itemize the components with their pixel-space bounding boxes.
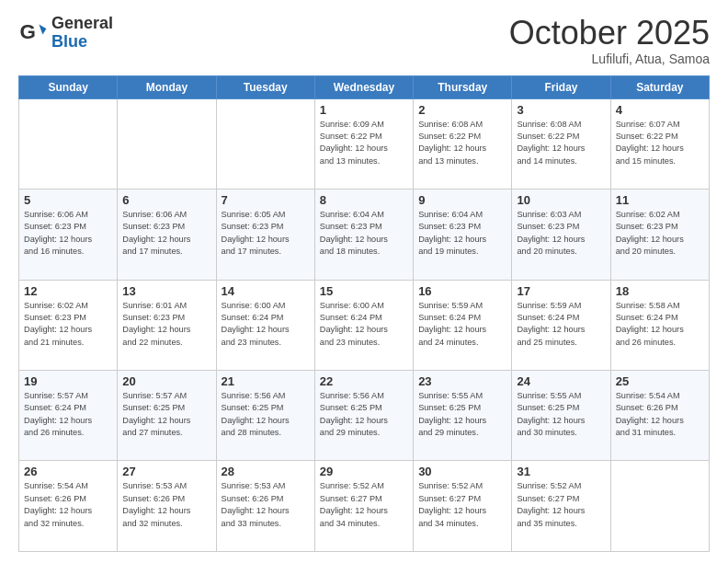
- calendar: SundayMondayTuesdayWednesdayThursdayFrid…: [18, 75, 710, 552]
- header: G General Blue October 2025 Lufilufi, At…: [18, 15, 710, 66]
- day-cell: 2Sunrise: 6:08 AM Sunset: 6:22 PM Daylig…: [414, 98, 512, 189]
- weekday-friday: Friday: [512, 75, 610, 98]
- weekday-tuesday: Tuesday: [216, 75, 314, 98]
- day-info: Sunrise: 6:06 AM Sunset: 6:23 PM Dayligh…: [24, 209, 112, 258]
- day-number: 1: [320, 103, 408, 117]
- day-cell: 5Sunrise: 6:06 AM Sunset: 6:23 PM Daylig…: [19, 190, 118, 280]
- day-cell: 9Sunrise: 6:04 AM Sunset: 6:23 PM Daylig…: [414, 190, 512, 280]
- day-number: 3: [517, 103, 605, 117]
- day-info: Sunrise: 5:55 AM Sunset: 6:25 PM Dayligh…: [418, 390, 506, 439]
- day-number: 24: [517, 374, 605, 388]
- logo-general-text: General: [51, 15, 113, 33]
- day-info: Sunrise: 6:08 AM Sunset: 6:22 PM Dayligh…: [418, 119, 506, 167]
- week-row-4: 19Sunrise: 5:57 AM Sunset: 6:24 PM Dayli…: [19, 371, 710, 461]
- day-cell: 11Sunrise: 6:02 AM Sunset: 6:23 PM Dayli…: [610, 190, 709, 280]
- day-number: 30: [418, 465, 506, 478]
- week-row-3: 12Sunrise: 6:02 AM Sunset: 6:23 PM Dayli…: [19, 280, 710, 370]
- day-info: Sunrise: 5:59 AM Sunset: 6:24 PM Dayligh…: [418, 300, 506, 349]
- day-info: Sunrise: 6:03 AM Sunset: 6:23 PM Dayligh…: [517, 209, 605, 258]
- day-info: Sunrise: 6:04 AM Sunset: 6:23 PM Dayligh…: [418, 209, 506, 258]
- day-cell: 26Sunrise: 5:54 AM Sunset: 6:26 PM Dayli…: [19, 461, 118, 552]
- day-cell: [216, 98, 314, 189]
- day-info: Sunrise: 5:59 AM Sunset: 6:24 PM Dayligh…: [517, 300, 605, 349]
- day-cell: 12Sunrise: 6:02 AM Sunset: 6:23 PM Dayli…: [19, 280, 118, 370]
- week-row-1: 1Sunrise: 6:09 AM Sunset: 6:22 PM Daylig…: [19, 98, 710, 189]
- day-cell: 3Sunrise: 6:08 AM Sunset: 6:22 PM Daylig…: [512, 98, 610, 189]
- day-info: Sunrise: 5:53 AM Sunset: 6:26 PM Dayligh…: [122, 480, 210, 529]
- day-cell: 6Sunrise: 6:06 AM Sunset: 6:23 PM Daylig…: [118, 190, 216, 280]
- logo-blue-text: Blue: [51, 33, 113, 52]
- day-number: 27: [122, 465, 210, 478]
- title-block: October 2025 Lufilufi, Atua, Samoa: [509, 15, 710, 66]
- day-cell: 17Sunrise: 5:59 AM Sunset: 6:24 PM Dayli…: [512, 280, 610, 370]
- day-info: Sunrise: 6:06 AM Sunset: 6:23 PM Dayligh…: [122, 209, 210, 258]
- day-info: Sunrise: 6:04 AM Sunset: 6:23 PM Dayligh…: [320, 209, 408, 258]
- day-number: 7: [222, 193, 310, 207]
- day-number: 29: [320, 465, 408, 478]
- day-cell: 18Sunrise: 5:58 AM Sunset: 6:24 PM Dayli…: [610, 280, 709, 370]
- day-info: Sunrise: 6:09 AM Sunset: 6:22 PM Dayligh…: [320, 119, 408, 167]
- day-number: 16: [418, 284, 506, 298]
- day-info: Sunrise: 5:56 AM Sunset: 6:25 PM Dayligh…: [320, 390, 408, 439]
- day-number: 18: [616, 284, 704, 298]
- day-number: 10: [517, 193, 605, 207]
- day-number: 14: [222, 284, 310, 298]
- day-cell: 23Sunrise: 5:55 AM Sunset: 6:25 PM Dayli…: [414, 371, 512, 461]
- day-info: Sunrise: 6:05 AM Sunset: 6:23 PM Dayligh…: [222, 209, 310, 258]
- day-number: 28: [222, 465, 310, 478]
- day-number: 12: [24, 284, 112, 298]
- day-number: 6: [122, 193, 210, 207]
- day-info: Sunrise: 5:52 AM Sunset: 6:27 PM Dayligh…: [320, 480, 408, 529]
- day-number: 9: [418, 193, 506, 207]
- day-info: Sunrise: 6:02 AM Sunset: 6:23 PM Dayligh…: [616, 209, 704, 258]
- day-cell: 4Sunrise: 6:07 AM Sunset: 6:22 PM Daylig…: [610, 98, 709, 189]
- day-number: 21: [222, 374, 310, 388]
- day-info: Sunrise: 5:52 AM Sunset: 6:27 PM Dayligh…: [517, 480, 605, 529]
- day-info: Sunrise: 6:02 AM Sunset: 6:23 PM Dayligh…: [24, 300, 112, 349]
- day-cell: 13Sunrise: 6:01 AM Sunset: 6:23 PM Dayli…: [118, 280, 216, 370]
- day-info: Sunrise: 5:54 AM Sunset: 6:26 PM Dayligh…: [616, 390, 704, 439]
- day-cell: 1Sunrise: 6:09 AM Sunset: 6:22 PM Daylig…: [314, 98, 413, 189]
- day-info: Sunrise: 5:57 AM Sunset: 6:24 PM Dayligh…: [24, 390, 112, 439]
- svg-marker-1: [39, 24, 46, 34]
- month-title: October 2025: [509, 15, 710, 52]
- day-info: Sunrise: 5:56 AM Sunset: 6:25 PM Dayligh…: [222, 390, 310, 439]
- week-row-2: 5Sunrise: 6:06 AM Sunset: 6:23 PM Daylig…: [19, 190, 710, 280]
- svg-text:G: G: [20, 20, 36, 43]
- day-info: Sunrise: 5:57 AM Sunset: 6:25 PM Dayligh…: [122, 390, 210, 439]
- location: Lufilufi, Atua, Samoa: [509, 52, 710, 66]
- weekday-header-row: SundayMondayTuesdayWednesdayThursdayFrid…: [19, 75, 710, 98]
- day-cell: [118, 98, 216, 189]
- day-cell: 28Sunrise: 5:53 AM Sunset: 6:26 PM Dayli…: [216, 461, 314, 552]
- weekday-monday: Monday: [118, 75, 216, 98]
- day-cell: 25Sunrise: 5:54 AM Sunset: 6:26 PM Dayli…: [610, 371, 709, 461]
- day-cell: 30Sunrise: 5:52 AM Sunset: 6:27 PM Dayli…: [414, 461, 512, 552]
- day-number: 5: [24, 193, 112, 207]
- day-info: Sunrise: 5:55 AM Sunset: 6:25 PM Dayligh…: [517, 390, 605, 439]
- day-number: 20: [122, 374, 210, 388]
- day-cell: 10Sunrise: 6:03 AM Sunset: 6:23 PM Dayli…: [512, 190, 610, 280]
- day-number: 23: [418, 374, 506, 388]
- day-cell: 31Sunrise: 5:52 AM Sunset: 6:27 PM Dayli…: [512, 461, 610, 552]
- day-number: 13: [122, 284, 210, 298]
- day-cell: 29Sunrise: 5:52 AM Sunset: 6:27 PM Dayli…: [314, 461, 413, 552]
- day-cell: 16Sunrise: 5:59 AM Sunset: 6:24 PM Dayli…: [414, 280, 512, 370]
- day-number: 19: [24, 374, 112, 388]
- day-info: Sunrise: 5:53 AM Sunset: 6:26 PM Dayligh…: [222, 480, 310, 529]
- day-info: Sunrise: 6:00 AM Sunset: 6:24 PM Dayligh…: [320, 300, 408, 349]
- day-cell: [610, 461, 709, 552]
- day-number: 4: [616, 103, 704, 117]
- day-cell: 15Sunrise: 6:00 AM Sunset: 6:24 PM Dayli…: [314, 280, 413, 370]
- day-number: 31: [517, 465, 605, 478]
- day-cell: 19Sunrise: 5:57 AM Sunset: 6:24 PM Dayli…: [19, 371, 118, 461]
- week-row-5: 26Sunrise: 5:54 AM Sunset: 6:26 PM Dayli…: [19, 461, 710, 552]
- day-cell: 8Sunrise: 6:04 AM Sunset: 6:23 PM Daylig…: [314, 190, 413, 280]
- logo: G General Blue: [18, 15, 113, 52]
- day-number: 22: [320, 374, 408, 388]
- day-number: 2: [418, 103, 506, 117]
- day-cell: 24Sunrise: 5:55 AM Sunset: 6:25 PM Dayli…: [512, 371, 610, 461]
- weekday-sunday: Sunday: [19, 75, 118, 98]
- day-cell: 7Sunrise: 6:05 AM Sunset: 6:23 PM Daylig…: [216, 190, 314, 280]
- weekday-wednesday: Wednesday: [314, 75, 413, 98]
- day-cell: 14Sunrise: 6:00 AM Sunset: 6:24 PM Dayli…: [216, 280, 314, 370]
